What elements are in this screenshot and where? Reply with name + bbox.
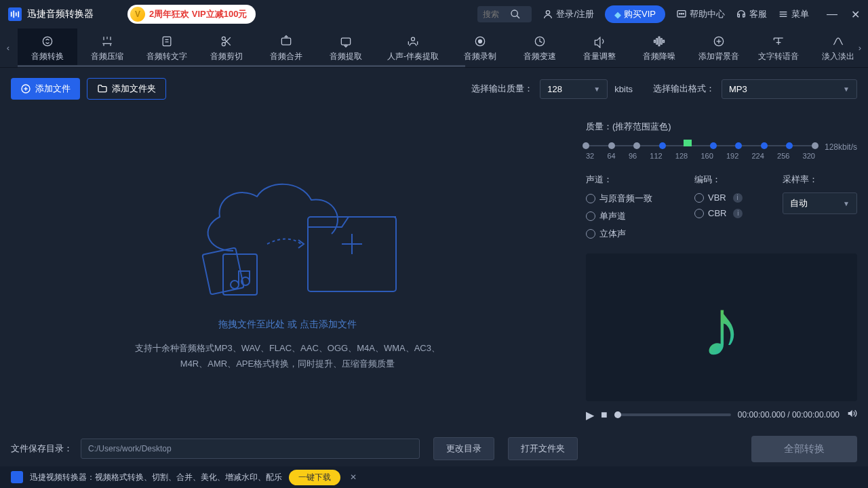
- tool-0[interactable]: 音频转换: [18, 28, 77, 67]
- tool-2[interactable]: 音频转文字: [137, 28, 197, 67]
- volume-button[interactable]: [846, 408, 857, 422]
- slider-tick[interactable]: [812, 142, 818, 149]
- change-dir-button[interactable]: 更改目录: [433, 437, 494, 460]
- search-box[interactable]: [477, 6, 532, 22]
- svg-point-9: [681, 14, 682, 14]
- tool-12[interactable]: 文字转语音: [749, 28, 808, 67]
- tool-label: 音频变速: [524, 51, 556, 62]
- tool-icon: [652, 34, 667, 49]
- quality-title: 质量：(推荐范围蓝色): [586, 121, 857, 133]
- preview-area: ♪: [586, 253, 857, 401]
- svg-rect-28: [281, 38, 290, 45]
- slider-tick[interactable]: [710, 142, 717, 149]
- promo-badge[interactable]: V 2周年狂欢 VIP立减100元: [127, 5, 256, 24]
- tool-11[interactable]: 添加背景音: [689, 28, 749, 67]
- slider-tick[interactable]: [608, 142, 615, 149]
- promo-app-icon: [11, 471, 23, 483]
- channel-option[interactable]: 单声道: [586, 210, 681, 222]
- slider-tick-label: 160: [701, 152, 713, 160]
- promo-download-button[interactable]: 一键下载: [289, 470, 340, 485]
- tool-label: 音频剪切: [210, 51, 243, 62]
- search-input[interactable]: [483, 9, 510, 19]
- bitrate-select[interactable]: 128 ▼: [540, 79, 608, 99]
- svg-rect-2: [16, 12, 17, 16]
- chevron-down-icon: ▼: [843, 85, 850, 93]
- tool-4[interactable]: 音频合并: [256, 28, 316, 67]
- samplerate-select[interactable]: 自动 ▼: [783, 192, 857, 214]
- support-link[interactable]: 客服: [736, 8, 767, 20]
- tool-icon: [40, 34, 55, 49]
- toolbar-next[interactable]: ›: [853, 35, 867, 62]
- slider-tick[interactable]: [659, 142, 666, 149]
- save-path-input[interactable]: C:/Users/work/Desktop: [81, 439, 420, 459]
- svg-point-14: [43, 37, 52, 45]
- drop-illustration: [165, 169, 410, 305]
- chat-icon: [676, 9, 687, 20]
- toolbar: ‹ 音频转换音频压缩音频转文字音频剪切音频合并音频提取人声-伴奏提取音频录制音频…: [0, 28, 868, 68]
- minimize-button[interactable]: —: [827, 8, 837, 21]
- channel-option[interactable]: 立体声: [586, 228, 681, 240]
- convert-all-button[interactable]: 全部转换: [751, 436, 857, 462]
- progress-bar[interactable]: [614, 413, 731, 416]
- tool-9[interactable]: 音量调整: [570, 28, 629, 67]
- tool-5[interactable]: 音频提取: [316, 28, 376, 67]
- channel-option[interactable]: 与原音频一致: [586, 192, 681, 205]
- promo-close-button[interactable]: ✕: [350, 472, 357, 482]
- toolbar-prev[interactable]: ‹: [1, 35, 15, 62]
- channel-label: 声道：: [586, 174, 681, 186]
- diamond-icon: ◆: [614, 9, 621, 20]
- search-icon: [510, 9, 521, 20]
- add-file-button[interactable]: 添加文件: [11, 78, 80, 100]
- encoding-option[interactable]: CBRi: [694, 208, 769, 218]
- menu-button[interactable]: 菜单: [778, 8, 809, 20]
- progress-knob[interactable]: [614, 411, 621, 418]
- quality-slider[interactable]: 326496112128160192224256320: [586, 141, 815, 160]
- info-icon[interactable]: i: [733, 209, 743, 218]
- music-note-icon: ♪: [701, 281, 742, 374]
- tool-1[interactable]: 音频压缩: [77, 28, 137, 67]
- add-file-link[interactable]: 点击添加文件: [300, 319, 357, 329]
- slider-tick[interactable]: [761, 142, 768, 149]
- play-button[interactable]: ▶: [586, 409, 594, 422]
- stop-button[interactable]: ■: [601, 409, 608, 421]
- tool-label: 音频转文字: [146, 51, 187, 62]
- open-folder-button[interactable]: 打开文件夹: [508, 437, 578, 460]
- radio-icon: [586, 194, 595, 203]
- vip-badge-icon: V: [130, 7, 145, 22]
- encoding-option[interactable]: VBRi: [694, 192, 769, 203]
- promo-text: 2周年狂欢 VIP立减100元: [149, 8, 248, 20]
- tool-label: 添加背景音: [698, 51, 739, 62]
- slider-tick[interactable]: [583, 142, 589, 149]
- radio-icon: [586, 211, 595, 221]
- slider-tick[interactable]: [633, 142, 640, 149]
- format-select[interactable]: MP3 ▼: [722, 79, 857, 99]
- add-folder-button[interactable]: 添加文件夹: [87, 78, 166, 100]
- svg-rect-40: [658, 37, 660, 45]
- drop-zone[interactable]: 拖拽文件至此处 或 点击添加文件 支持十余种音频格式MP3、WAV、FLAC、A…: [0, 110, 575, 431]
- login-link[interactable]: 登录/注册: [542, 8, 594, 20]
- tool-7[interactable]: 音频录制: [450, 28, 510, 67]
- help-center-link[interactable]: 帮助中心: [676, 8, 725, 20]
- bottom-bar: 文件保存目录： C:/Users/work/Desktop 更改目录 打开文件夹…: [0, 431, 868, 466]
- close-button[interactable]: ✕: [851, 8, 860, 21]
- svg-point-6: [547, 11, 550, 14]
- slider-tick-label: 112: [650, 152, 662, 160]
- tool-3[interactable]: 音频剪切: [197, 28, 256, 67]
- tool-icon: [711, 34, 726, 49]
- tool-10[interactable]: 音频降噪: [629, 28, 689, 67]
- slider-tick[interactable]: [684, 140, 692, 146]
- save-path-label: 文件保存目录：: [11, 443, 73, 455]
- tool-icon: [406, 34, 420, 49]
- svg-rect-30: [341, 38, 350, 45]
- tool-8[interactable]: 音频变速: [510, 28, 570, 67]
- tool-6[interactable]: 人声-伴奏提取: [376, 28, 450, 67]
- toolbar-scrollbar[interactable]: [18, 65, 465, 67]
- svg-rect-3: [18, 12, 19, 18]
- slider-tick[interactable]: [735, 142, 742, 149]
- slider-tick[interactable]: [786, 142, 793, 149]
- slider-tick-label: 64: [607, 152, 615, 160]
- info-icon[interactable]: i: [733, 193, 743, 203]
- settings-panel: 质量：(推荐范围蓝色) 326496112128160192224256320 …: [575, 110, 868, 431]
- buy-vip-button[interactable]: ◆ 购买VIP: [605, 5, 665, 23]
- svg-rect-21: [163, 37, 171, 45]
